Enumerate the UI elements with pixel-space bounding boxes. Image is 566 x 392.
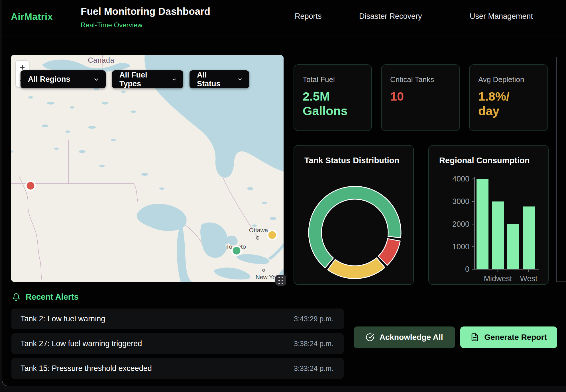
alert-time: 3:38:24 p.m.: [294, 340, 333, 348]
alert-text: Tank 15: Pressure threshold exceeded: [21, 364, 152, 373]
alert-row[interactable]: Tank 2: Low fuel warning 3:43:29 p.m.: [11, 309, 344, 329]
tank-status-card: Tank Status Distribution: [294, 145, 414, 285]
stat-card-total-fuel: Total Fuel 2.5MGallons: [294, 64, 372, 131]
bar-chart-title: Regional Consumption: [439, 156, 530, 165]
donut-chart-title: Tank Status Distribution: [304, 156, 399, 165]
header-divider: [2, 36, 565, 36]
ottawa-town-dot: [257, 237, 258, 238]
generate-report-button[interactable]: Generate Report: [460, 326, 557, 348]
country-label: Canada: [88, 56, 115, 64]
svg-text:Midwest: Midwest: [484, 274, 512, 283]
svg-text:1000: 1000: [452, 242, 469, 251]
acknowledge-all-label: Acknowledge All: [379, 333, 443, 342]
regional-consumption-bar-chart: 01000200030004000MidwestWest: [429, 146, 549, 284]
status-filter-select[interactable]: All Status: [190, 70, 249, 88]
stat-label: Critical Tanks: [390, 75, 451, 84]
map-marker-normal[interactable]: [232, 246, 241, 255]
map-resize-handle[interactable]: [275, 275, 286, 286]
svg-text:2000: 2000: [452, 220, 469, 228]
recent-alerts-title: Recent Alerts: [26, 292, 79, 302]
brand-logo: AirMatrix: [11, 11, 53, 22]
panel-edge-horizontal: [556, 281, 566, 282]
fuel-type-filter-select[interactable]: All Fuel Types: [112, 70, 183, 88]
svg-text:West: West: [520, 274, 538, 283]
map-canvas: Canada Ottawa Toronto New York: [11, 55, 284, 282]
newyork-town-icon: [262, 269, 265, 271]
page-subtitle: Real-Time Overview: [81, 21, 142, 29]
fuel-map[interactable]: Canada Ottawa Toronto New York: [11, 55, 284, 282]
chevron-down-icon: [172, 76, 177, 83]
map-marker-critical[interactable]: [26, 181, 35, 190]
svg-text:0: 0: [465, 265, 469, 273]
svg-text:4000: 4000: [452, 175, 469, 183]
svg-text:3000: 3000: [452, 197, 469, 206]
status-filter-value: All Status: [197, 71, 230, 88]
acknowledge-all-button[interactable]: Acknowledge All: [354, 326, 455, 348]
alert-row[interactable]: Tank 15: Pressure threshold exceeded 3:3…: [11, 358, 344, 379]
page-title: Fuel Monitoring Dashboard: [81, 6, 210, 17]
stat-value: 10: [390, 89, 451, 104]
tank-status-donut-chart: [294, 146, 414, 284]
fuel-type-filter-value: All Fuel Types: [119, 71, 164, 88]
map-filter-bar: All Regions All Fuel Types All Status: [21, 70, 249, 88]
stat-value: 2.5MGallons: [303, 89, 363, 118]
alert-time: 3:43:29 p.m.: [294, 315, 333, 323]
nav-user-management[interactable]: User Management: [470, 12, 533, 21]
stat-label: Avg Depletion: [478, 75, 539, 84]
alert-row[interactable]: Tank 27: Low fuel warning triggered 3:38…: [11, 333, 344, 354]
city-label-ottawa: Ottawa: [249, 227, 268, 233]
alert-time: 3:33:24 p.m.: [294, 364, 333, 373]
regional-consumption-card: Regional Consumption 01000200030004000Mi…: [428, 145, 549, 285]
region-filter-value: All Regions: [28, 75, 70, 84]
region-filter-select[interactable]: All Regions: [21, 70, 106, 88]
alert-text: Tank 27: Low fuel warning triggered: [21, 339, 142, 348]
bell-icon: [12, 293, 21, 301]
stat-value: 1.8%/day: [478, 89, 539, 118]
stat-card-avg-depletion: Avg Depletion 1.8%/day: [469, 64, 548, 131]
stat-card-critical-tanks: Critical Tanks 10: [381, 64, 460, 131]
chevron-down-icon: [237, 76, 243, 83]
chevron-down-icon: [93, 76, 99, 83]
stat-label: Total Fuel: [303, 75, 363, 84]
nav-disaster-recovery[interactable]: Disaster Recovery: [359, 12, 422, 21]
dashboard-root: AirMatrix Fuel Monitoring Dashboard Real…: [0, 0, 566, 392]
panel-edge-vertical: [556, 57, 557, 281]
generate-report-label: Generate Report: [484, 333, 547, 342]
check-circle-icon: [366, 333, 374, 342]
file-text-icon: [471, 333, 479, 342]
nav-reports[interactable]: Reports: [295, 12, 322, 21]
recent-alerts-header: Recent Alerts: [12, 292, 79, 302]
alert-text: Tank 2: Low fuel warning: [21, 315, 105, 323]
map-marker-warning[interactable]: [268, 230, 277, 240]
